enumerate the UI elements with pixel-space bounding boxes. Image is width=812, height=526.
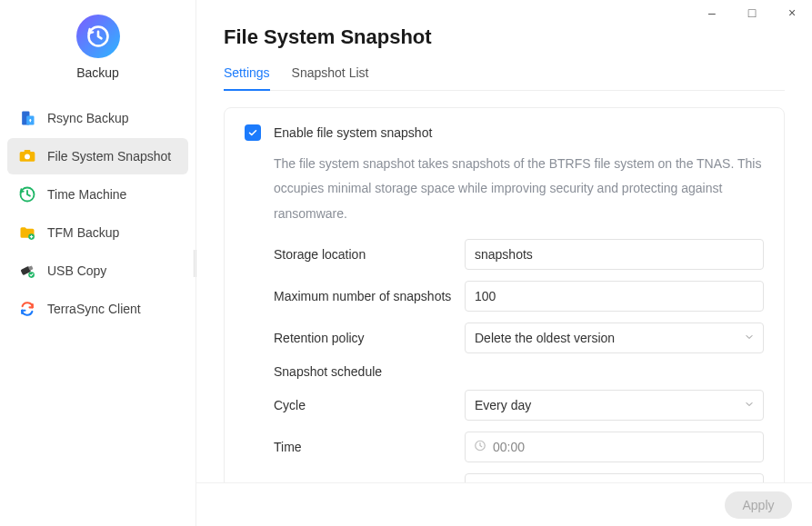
sidebar: Backup Rsync Backup File System Snapshot	[0, 0, 196, 526]
sidebar-item-file-system-snapshot[interactable]: File System Snapshot	[7, 138, 188, 174]
enable-snapshot-checkbox[interactable]	[245, 124, 261, 141]
time-input[interactable]	[465, 432, 764, 462]
storage-location-label: Storage location	[274, 247, 465, 262]
settings-description: The file system snapshot takes snapshots…	[274, 152, 764, 226]
retention-policy-label: Retention policy	[274, 331, 465, 345]
minimize-button[interactable]: –	[692, 0, 732, 25]
svg-point-4	[25, 154, 30, 160]
tab-snapshot-list[interactable]: Snapshot List	[292, 65, 369, 91]
settings-form: Storage location Maximum number of snaps…	[274, 239, 764, 482]
apply-button[interactable]: Apply	[725, 491, 792, 519]
retention-policy-select[interactable]	[465, 323, 764, 353]
enable-snapshot-label: Enable file system snapshot	[274, 125, 432, 140]
sidebar-item-usb-copy[interactable]: USB Copy	[7, 253, 188, 289]
main: File System Snapshot Settings Snapshot L…	[196, 0, 812, 526]
close-button[interactable]: ×	[772, 0, 812, 25]
window-controls: – □ ×	[692, 0, 812, 25]
content-scroll[interactable]: Enable file system snapshot The file sys…	[196, 91, 812, 482]
sidebar-item-tfm-backup[interactable]: TFM Backup	[7, 214, 188, 251]
retention-policy-value[interactable]	[465, 323, 764, 353]
sidebar-item-terrasync-client[interactable]: TerraSync Client	[7, 291, 188, 327]
rsync-icon	[18, 109, 36, 127]
schedule-heading: Snapshot schedule	[274, 364, 465, 379]
snapshot-icon	[18, 147, 36, 165]
time-label: Time	[274, 440, 465, 454]
sidebar-item-label: TFM Backup	[47, 225, 119, 240]
tfm-backup-icon	[18, 223, 36, 242]
usb-copy-icon	[18, 262, 36, 280]
footer: Apply	[196, 482, 812, 526]
tabs: Settings Snapshot List	[224, 65, 785, 91]
sidebar-item-time-machine[interactable]: Time Machine	[7, 176, 188, 213]
time-machine-icon	[18, 185, 36, 203]
sidebar-item-label: USB Copy	[47, 263, 106, 278]
maximize-button[interactable]: □	[732, 0, 772, 25]
app-name: Backup	[76, 65, 119, 80]
sidebar-item-label: File System Snapshot	[47, 149, 171, 164]
terrasync-icon	[18, 300, 36, 318]
page-title: File System Snapshot	[224, 25, 785, 49]
cycle-value[interactable]	[465, 390, 764, 421]
frequency-value[interactable]	[465, 473, 764, 482]
frequency-select[interactable]	[465, 473, 764, 482]
sidebar-item-rsync-backup[interactable]: Rsync Backup	[7, 100, 188, 136]
svg-rect-5	[25, 150, 31, 153]
sidebar-item-label: Rsync Backup	[47, 111, 128, 125]
cycle-label: Cycle	[274, 398, 465, 412]
sidebar-header: Backup	[0, 15, 195, 100]
storage-location-input[interactable]	[465, 239, 764, 270]
sidebar-item-label: TerraSync Client	[47, 302, 141, 316]
tab-settings[interactable]: Settings	[224, 65, 270, 91]
sidebar-resize-handle[interactable]	[190, 250, 197, 277]
max-snapshots-label: Maximum number of snapshots	[274, 289, 465, 303]
settings-panel: Enable file system snapshot The file sys…	[224, 107, 785, 482]
cycle-select[interactable]	[465, 390, 764, 421]
max-snapshots-input[interactable]	[465, 281, 764, 312]
checkmark-icon	[247, 127, 258, 138]
app-icon	[76, 15, 120, 58]
sidebar-item-label: Time Machine	[47, 187, 126, 202]
clock-icon	[474, 439, 486, 454]
nav-list: Rsync Backup File System Snapshot Time M…	[0, 100, 195, 329]
